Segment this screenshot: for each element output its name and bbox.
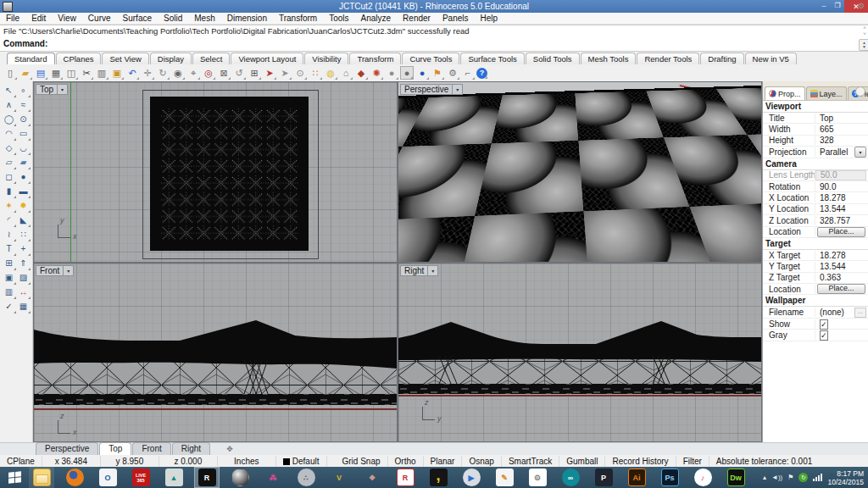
autodesk-app-icon[interactable]: ▲ xyxy=(161,467,186,488)
sync-icon[interactable]: ↻ xyxy=(798,473,808,482)
open-file-icon[interactable]: ▰ xyxy=(19,66,32,80)
block-tool-icon[interactable]: ▥ xyxy=(3,286,15,298)
menu-item[interactable]: Surface xyxy=(117,14,158,23)
viewport-right[interactable]: z y Right ▾ xyxy=(398,263,761,441)
menu-item[interactable]: View xyxy=(52,14,82,23)
toolbar-options-gear-icon[interactable]: ⚙ xyxy=(858,2,865,10)
shaded-viewport-icon[interactable]: ◆ xyxy=(354,66,368,80)
group-tool-icon[interactable]: ▣ xyxy=(3,271,15,284)
lamp-icon[interactable]: ◍ xyxy=(324,66,337,80)
surface-tool-icon[interactable]: ▱ xyxy=(3,156,15,169)
illustrator-icon[interactable]: Ai xyxy=(624,467,649,488)
menu-item[interactable]: Tools xyxy=(323,14,354,23)
property-value[interactable]: 18.278 xyxy=(815,193,868,202)
r-block-app-icon[interactable]: R xyxy=(392,467,418,488)
command-spinner[interactable]: ▴▾ xyxy=(859,39,868,51)
toolbar-tab[interactable]: Render Tools xyxy=(637,53,699,64)
viewport-title-right[interactable]: Right ▾ xyxy=(400,265,438,276)
zoom-extents-icon[interactable]: ⊠ xyxy=(217,66,231,80)
vray-app-icon[interactable]: V xyxy=(326,467,352,488)
viewport-title-top[interactable]: Top ▾ xyxy=(36,84,68,95)
firefox-icon[interactable] xyxy=(62,467,87,488)
live365-icon[interactable]: LIVE 365 xyxy=(128,467,153,488)
toolbar-tab[interactable]: Solid Tools xyxy=(526,53,580,64)
tray-flag-icon[interactable]: ⚑ xyxy=(787,474,793,481)
circle-tool-icon[interactable]: ◯ xyxy=(3,113,15,125)
point-edit-tool-icon[interactable]: + xyxy=(17,242,30,255)
boolean-tool-icon[interactable]: ✶ xyxy=(3,199,15,212)
freeform-curve-tool-icon[interactable]: ◡ xyxy=(17,141,30,154)
explode-tool-icon[interactable]: ✸ xyxy=(17,199,30,212)
box-tool-icon[interactable]: ◻ xyxy=(3,170,15,183)
status-toggle[interactable]: SmartTrack xyxy=(502,456,559,467)
render-preview-icon[interactable]: ● xyxy=(385,66,398,80)
gray-checkbox[interactable]: ✓ xyxy=(820,330,828,341)
save-file-icon[interactable]: ▤ xyxy=(34,66,47,80)
menu-item[interactable]: Mesh xyxy=(188,14,220,23)
sketch-app-icon[interactable]: ✎ xyxy=(492,467,517,488)
projection-dropdown[interactable]: Parallel ▾ xyxy=(815,147,868,158)
toolbar-tab[interactable]: Visibility xyxy=(304,53,348,64)
viewport-title-front[interactable]: Front ▾ xyxy=(36,265,74,276)
cut-pattern-object[interactable] xyxy=(150,97,309,251)
curve-tool-icon[interactable]: ≈ xyxy=(17,98,30,111)
toolbar-tab[interactable]: Mesh Tools xyxy=(581,53,637,64)
dreamweaver-icon[interactable]: Dw xyxy=(723,467,748,488)
viewport-layout-icon[interactable]: ⊞ xyxy=(248,66,261,80)
undo-icon[interactable]: ↶ xyxy=(125,66,139,80)
viewport-menu-arrow-icon[interactable]: ▾ xyxy=(64,265,74,276)
property-value[interactable]: 18.278 xyxy=(815,251,868,260)
toolbar-tab[interactable]: CPlanes xyxy=(56,53,102,64)
menu-item[interactable]: Help xyxy=(475,14,504,23)
property-value[interactable]: 328 xyxy=(815,136,868,145)
tray-expand-icon[interactable]: ▴ xyxy=(763,474,766,481)
circles-app-icon[interactable]: ∴ xyxy=(293,467,319,488)
pandora-icon[interactable]: P xyxy=(591,467,616,488)
molecule-app-icon[interactable]: ⁂ xyxy=(260,467,286,488)
dropdown-arrow-icon[interactable]: ▾ xyxy=(854,147,866,158)
panel-tab[interactable]: Prop... xyxy=(765,86,805,100)
color-wheel-icon[interactable]: ✺ xyxy=(370,66,383,80)
polyline-tool-icon[interactable]: ∧ xyxy=(3,98,15,111)
new-file-icon[interactable]: ▯ xyxy=(3,66,17,80)
property-value[interactable]: 13.544 xyxy=(815,204,868,214)
rectangle-tool-icon[interactable]: ▭ xyxy=(17,127,30,140)
chamfer-tool-icon[interactable]: ◣ xyxy=(17,214,30,226)
menu-item[interactable]: Dimension xyxy=(221,14,273,23)
viewport-tab[interactable]: Perspective xyxy=(36,442,98,455)
zoom-dynamic-icon[interactable]: ◉ xyxy=(171,66,185,80)
command-history[interactable]: File "C:\Users\Charlie\Documents\Teachin… xyxy=(0,25,868,39)
toolbar-tab[interactable]: Surface Tools xyxy=(460,53,524,64)
menu-item[interactable]: Curve xyxy=(82,14,117,23)
file-explorer-icon[interactable] xyxy=(29,467,54,488)
rotate-view-icon[interactable]: ↻ xyxy=(156,66,170,80)
cplane-selector[interactable]: CPlane xyxy=(0,456,42,467)
zoom-selected-icon[interactable]: ◎ xyxy=(202,66,215,80)
menu-item[interactable]: Analyze xyxy=(355,14,398,23)
show-checkbox[interactable]: ✓ xyxy=(820,319,828,330)
browse-button[interactable]: ... xyxy=(854,308,866,318)
lock-icon[interactable]: ⌂ xyxy=(339,66,353,80)
blend-tool-icon[interactable]: ≀ xyxy=(3,228,15,241)
property-value[interactable]: 665 xyxy=(815,125,868,134)
toolbar-tab[interactable]: Drafting xyxy=(700,53,743,64)
point-tool-icon[interactable]: ∘ xyxy=(17,84,30,97)
copy-icon[interactable]: ▥ xyxy=(95,66,108,80)
comma-app-icon[interactable]: , xyxy=(426,467,451,488)
copy-object-icon[interactable]: ⊙ xyxy=(293,66,307,80)
volume-icon[interactable]: ◄)) xyxy=(771,474,782,481)
toolbar-tab[interactable]: New in V5 xyxy=(745,53,797,64)
toolbar-tab[interactable]: Display xyxy=(150,53,192,64)
menu-item[interactable]: Render xyxy=(397,14,437,23)
viewport-menu-arrow-icon[interactable]: ▾ xyxy=(453,84,463,95)
sphere-tool-icon[interactable]: ● xyxy=(17,170,30,183)
polygon-tool-icon[interactable]: ◇ xyxy=(3,141,15,154)
surface-patch-tool-icon[interactable]: ▰ xyxy=(17,156,30,169)
menu-item[interactable]: Transform xyxy=(273,14,323,23)
itunes-icon[interactable]: ♪ xyxy=(690,467,715,488)
help-icon[interactable]: ? xyxy=(476,68,487,79)
zoom-window-icon[interactable]: ⌖ xyxy=(186,66,200,80)
check-tool-icon[interactable]: ✓ xyxy=(3,300,15,313)
pan-icon[interactable]: ✛ xyxy=(141,66,154,80)
notification-flag-icon[interactable]: ⚑ xyxy=(431,66,444,80)
